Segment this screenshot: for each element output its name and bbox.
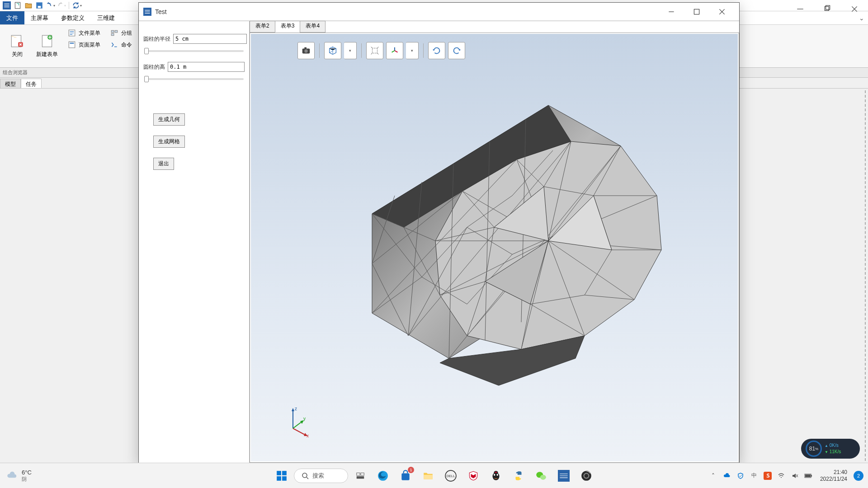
toolbar-divider <box>423 43 424 58</box>
test-minimize-button[interactable] <box>659 5 684 19</box>
save-icon[interactable] <box>34 0 44 10</box>
ribbon-tab-params[interactable]: 参数定义 <box>55 11 91 24</box>
main-close-button[interactable] <box>841 0 868 18</box>
generate-mesh-button[interactable]: 生成网格 <box>153 136 185 148</box>
python-icon[interactable] <box>508 466 529 486</box>
undo-icon[interactable]: ▾ <box>45 0 55 10</box>
svg-rect-107 <box>495 472 497 473</box>
svg-rect-113 <box>764 472 772 480</box>
taskbar-center: 搜索 1 DELL <box>271 466 597 486</box>
svg-point-105 <box>494 474 495 475</box>
toolbar-divider <box>361 43 362 58</box>
test-close-button[interactable] <box>709 5 735 19</box>
height-label: 圆柱的高 <box>143 63 165 71</box>
radius-label: 圆柱的半径 <box>143 35 170 43</box>
app-icon[interactable] <box>2 0 12 10</box>
qq-icon[interactable] <box>486 466 506 486</box>
svg-rect-101 <box>424 474 433 479</box>
cmd-button[interactable]: 命令 <box>108 39 135 50</box>
cloud-icon <box>6 470 18 482</box>
close-app-button[interactable]: 关闭 <box>4 28 31 64</box>
svg-point-19 <box>304 49 307 52</box>
new-form-label: 新建表单 <box>36 51 58 58</box>
test-titlebar[interactable]: Test <box>139 3 739 21</box>
notification-badge[interactable]: 2 <box>854 471 863 481</box>
zoom-extents-button[interactable] <box>366 42 383 59</box>
tray-expand-icon[interactable]: ˄ <box>708 470 719 481</box>
edge-browser-icon[interactable] <box>373 466 393 486</box>
form-tab-3[interactable]: 表单3 <box>275 21 301 33</box>
svg-rect-5 <box>38 6 41 8</box>
form-tabs: 表单2 表单3 表单4 <box>250 21 325 33</box>
battery-tray-icon[interactable] <box>803 470 814 481</box>
file-menu-label: 文件菜单 <box>79 29 100 37</box>
viewport-3d[interactable]: ▾ ▾ <box>250 33 739 463</box>
obs-icon[interactable] <box>576 466 597 486</box>
wechat-icon[interactable] <box>531 466 552 486</box>
file-explorer-icon[interactable] <box>418 466 439 486</box>
main-window-controls <box>787 0 868 18</box>
test-maximize-button[interactable] <box>684 5 709 19</box>
net-up: 0K/s <box>830 443 839 448</box>
view-cube-button[interactable] <box>324 42 341 59</box>
taskbar-search[interactable]: 搜索 <box>294 469 348 483</box>
security-tray-icon[interactable] <box>735 470 746 481</box>
svg-rect-92 <box>282 471 287 475</box>
tray-clock[interactable]: 21:40 2022/11/24 <box>816 469 851 483</box>
volume-tray-icon[interactable] <box>789 470 800 481</box>
main-maximize-button[interactable] <box>814 0 841 18</box>
mcafee-icon[interactable] <box>463 466 484 486</box>
sogou-tray-icon[interactable] <box>762 470 773 481</box>
camera-snapshot-button[interactable] <box>297 42 315 59</box>
open-icon[interactable] <box>24 0 33 10</box>
page-menu-button[interactable]: 页面菜单 <box>65 39 103 50</box>
radius-slider[interactable] <box>144 50 244 52</box>
task-view-button[interactable] <box>350 466 371 486</box>
refresh-icon[interactable]: ▾ <box>72 0 82 10</box>
ribbon-tab-3d[interactable]: 三维建 <box>91 11 121 24</box>
model-tab[interactable]: 模型 <box>0 79 21 88</box>
file-menu-button[interactable]: 文件菜单 <box>65 28 103 38</box>
comsol-icon[interactable] <box>553 466 574 486</box>
main-minimize-button[interactable] <box>787 0 814 18</box>
rotate-cw-button[interactable] <box>448 42 465 59</box>
onedrive-tray-icon[interactable] <box>722 470 732 481</box>
dell-app-icon[interactable]: DELL <box>440 466 461 486</box>
rotate-ccw-button[interactable] <box>428 42 445 59</box>
axis-orientation-dropdown[interactable]: ▾ <box>406 42 419 59</box>
svg-rect-14 <box>115 30 118 33</box>
cmd-label: 命令 <box>121 41 132 49</box>
exit-button[interactable]: 退出 <box>153 158 174 170</box>
view-cube-dropdown[interactable]: ▾ <box>344 42 357 59</box>
store-icon[interactable]: 1 <box>395 466 416 486</box>
svg-rect-12 <box>70 43 74 44</box>
task-tab[interactable]: 任务 <box>21 79 42 88</box>
axis-orientation-button[interactable] <box>386 42 403 59</box>
tray-date-text: 2022/11/24 <box>820 476 847 483</box>
generate-geometry-button[interactable]: 生成几何 <box>153 113 185 126</box>
form-tab-4[interactable]: 表单4 <box>300 21 326 33</box>
taskbar: 6°C 阴 搜索 1 DELL ˄ 中 <box>0 463 868 488</box>
ribbon-tab-home[interactable]: 主屏幕 <box>24 11 55 24</box>
height-slider-thumb[interactable] <box>144 76 149 82</box>
test-title-text: Test <box>155 8 167 15</box>
form-tab-2[interactable]: 表单2 <box>250 21 275 33</box>
group-button[interactable]: 分组 <box>108 28 135 38</box>
svg-rect-13 <box>111 30 114 33</box>
start-button[interactable] <box>271 466 292 486</box>
ime-tray-icon[interactable]: 中 <box>749 470 760 481</box>
group-label: 分组 <box>121 29 132 37</box>
redo-icon[interactable]: ▾ <box>56 0 66 10</box>
height-slider[interactable] <box>144 78 244 80</box>
height-input[interactable] <box>168 62 245 72</box>
close-app-label: 关闭 <box>12 51 23 58</box>
new-form-button[interactable]: 新建表单 <box>33 28 61 64</box>
wifi-tray-icon[interactable] <box>776 470 787 481</box>
ribbon-tab-file[interactable]: 文件 <box>0 11 24 24</box>
svg-rect-15 <box>111 33 114 36</box>
weather-widget[interactable]: 6°C 阴 <box>0 469 32 483</box>
radius-slider-thumb[interactable] <box>144 48 149 54</box>
system-monitor-widget[interactable]: 81% ▲ 0K/s ▼ 11K/s <box>801 439 860 459</box>
new-icon[interactable] <box>13 0 23 10</box>
radius-input[interactable] <box>173 34 247 44</box>
